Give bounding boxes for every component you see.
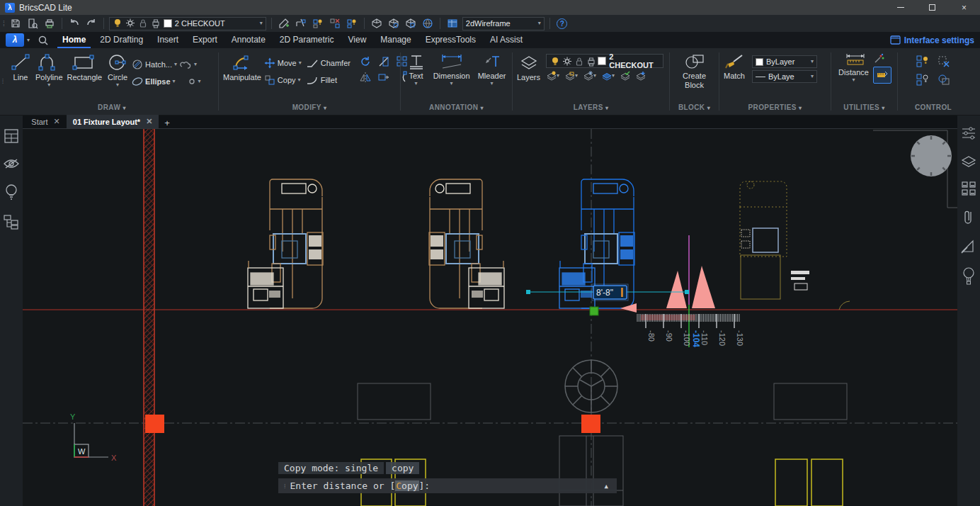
measure-icon[interactable] — [845, 52, 866, 65]
close-icon[interactable]: ✕ — [146, 117, 152, 126]
render-panel-toggle[interactable] — [962, 267, 976, 286]
chevron-down-icon[interactable]: ▾ — [27, 38, 30, 43]
text-button[interactable]: Text▾ — [406, 52, 427, 86]
layer-new-button[interactable] — [635, 70, 646, 81]
tab-view[interactable]: View — [343, 32, 372, 48]
command-keyword[interactable]: Copy — [395, 480, 418, 491]
undo-button[interactable] — [67, 16, 81, 30]
ribbon-layer-dropdown[interactable]: 2 CHECKOUT — [546, 54, 663, 68]
fillet-button[interactable]: Fillet — [306, 72, 351, 88]
rectangle-button[interactable]: Rectangle▾ — [66, 52, 104, 88]
trim-icon[interactable] — [377, 55, 390, 68]
panel-title-annotation[interactable]: ANNOTATION ▾ — [401, 103, 512, 115]
color-dropdown[interactable]: ByLayer ▾ — [752, 55, 817, 68]
close-icon[interactable]: ✕ — [54, 117, 60, 126]
dynamic-dimension-toggle[interactable] — [873, 67, 891, 84]
application-button[interactable]: λ — [6, 33, 24, 47]
tab-expresstools[interactable]: ExpressTools — [421, 32, 481, 48]
hide-objects-button[interactable] — [328, 16, 342, 30]
visual-style-button[interactable] — [445, 16, 460, 30]
doc-tab-start[interactable]: Start ✕ — [25, 115, 66, 128]
chevron-down-icon[interactable]: ▾ — [491, 81, 494, 86]
match-properties-button[interactable]: Match — [722, 52, 746, 80]
deselect-icon[interactable] — [937, 55, 951, 69]
tab-ai-assist[interactable]: AI Assist — [485, 32, 528, 48]
search-icon[interactable] — [37, 35, 51, 46]
create-block-button[interactable]: Create Block — [681, 52, 707, 89]
plot-button[interactable] — [42, 16, 57, 30]
blocks-panel-toggle[interactable] — [961, 181, 976, 196]
linetype-dropdown[interactable]: ByLaye ▾ — [752, 70, 817, 83]
command-line[interactable]: ⁞ Enter distance or [Copy]: ▲ — [278, 478, 617, 493]
panel-title-utilities[interactable]: UTILITIES ▾ — [831, 103, 897, 115]
add-select-button[interactable] — [277, 16, 291, 30]
chevron-down-icon[interactable]: ▾ — [415, 81, 418, 86]
view-iso-nw-button[interactable] — [387, 16, 401, 30]
chevron-down-icon[interactable]: ▾ — [198, 79, 201, 84]
attachments-panel-toggle[interactable] — [962, 209, 975, 226]
properties-panel-toggle[interactable] — [961, 125, 976, 141]
mirror-icon[interactable] — [359, 71, 372, 84]
drawing-canvas[interactable]: 8'-8" -80 -90 -100 -110 -120 -130 -104 — [23, 129, 957, 506]
select-similar-button[interactable] — [294, 16, 308, 30]
tab-insert[interactable]: Insert — [152, 32, 183, 48]
command-expand-arrow[interactable]: ▲ — [605, 483, 608, 490]
command-grip[interactable]: ⁞ — [284, 483, 285, 490]
unisolate-button[interactable] — [345, 16, 359, 30]
chevron-down-icon[interactable]: ▾ — [194, 62, 197, 67]
ellipse-button[interactable]: Ellipse ▾ — [132, 74, 175, 89]
panel-title-layers[interactable]: LAYERS ▾ — [513, 103, 669, 115]
layer-freeze-button[interactable]: ▾ — [583, 70, 596, 81]
view-iso-se-button[interactable] — [404, 16, 418, 30]
minimize-button[interactable] — [884, 0, 916, 15]
interface-settings-button[interactable]: Interface settings — [890, 35, 974, 45]
copy-button[interactable]: Copy ▾ — [264, 72, 302, 88]
tab-2d-drafting[interactable]: 2D Drafting — [95, 32, 148, 48]
chevron-down-icon[interactable]: ▾ — [173, 79, 176, 84]
maximize-button[interactable] — [916, 0, 948, 15]
doc-tab-fixture-layout[interactable]: 01 Fixture Layout* ✕ — [67, 115, 159, 128]
revision-cloud-button[interactable]: ▾ — [179, 57, 197, 72]
panel-title-modify[interactable]: MODIFY ▾ — [219, 103, 400, 115]
overlap-icon[interactable] — [937, 73, 951, 87]
checkout-fixture-1[interactable] — [248, 179, 323, 308]
chevron-down-icon[interactable]: ▾ — [852, 77, 855, 83]
hatch-button[interactable]: Hatch... ▾ — [132, 57, 177, 72]
polyline-button[interactable]: Polyline▾ — [34, 52, 64, 88]
chevron-down-icon[interactable]: ▾ — [450, 81, 453, 86]
new-tab-button[interactable]: + — [159, 118, 176, 128]
tab-manage[interactable]: Manage — [375, 32, 416, 48]
tab-2d-parametric[interactable]: 2D Parametric — [275, 32, 339, 48]
tab-home[interactable]: Home — [57, 32, 91, 48]
layer-state-ok-button[interactable] — [620, 70, 630, 81]
save-button[interactable] — [8, 16, 23, 30]
dynamic-dimension[interactable]: 8'-8" — [526, 284, 689, 300]
isolate-button[interactable] — [311, 16, 325, 30]
preview-button[interactable] — [25, 16, 40, 30]
point-button[interactable]: ▾ — [188, 74, 201, 89]
red-marker-square-left[interactable] — [145, 415, 164, 433]
panel-title-control[interactable]: CONTROL — [898, 103, 969, 115]
redo-button[interactable] — [84, 16, 98, 30]
hide-objects-toggle[interactable] — [3, 157, 20, 171]
chevron-down-icon[interactable]: ▾ — [47, 82, 50, 88]
tab-annotate[interactable]: Annotate — [227, 32, 270, 48]
visual-style-dropdown[interactable]: 2dWireframe ▾ — [462, 17, 545, 30]
close-button[interactable]: × — [948, 0, 980, 15]
rotate-icon[interactable] — [359, 55, 372, 68]
layer-lock-button[interactable]: ▾ — [564, 70, 578, 81]
layer-off-button[interactable]: ▾ — [546, 70, 559, 81]
circle-button[interactable]: Circle▾ — [105, 52, 130, 88]
tips-toggle[interactable] — [4, 184, 18, 201]
line-button[interactable]: Line▾ — [8, 52, 33, 88]
dimension-button[interactable]: Dimension▾ — [432, 52, 472, 86]
tab-export[interactable]: Export — [188, 32, 222, 48]
ribbon-grip[interactable]: ⁞ — [0, 48, 6, 115]
distance-button[interactable]: Distance ▾ — [837, 68, 870, 83]
checkout-fixture-2[interactable] — [429, 179, 504, 308]
chamfer-button[interactable]: Chamfer — [306, 55, 351, 71]
view-iso-ne-button[interactable] — [370, 16, 384, 30]
chevron-down-icon[interactable]: ▾ — [298, 77, 301, 83]
help-button[interactable]: ? — [555, 16, 569, 30]
panel-title-block[interactable]: BLOCK ▾ — [670, 103, 719, 115]
